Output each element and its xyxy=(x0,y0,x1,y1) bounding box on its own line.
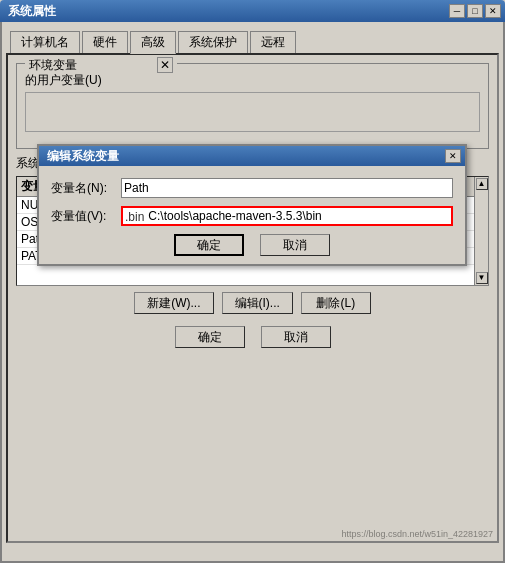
var-name-row: 变量名(N): xyxy=(51,178,453,198)
var-value-row: 变量值(V): .bin xyxy=(51,206,453,226)
user-vars-title: 的用户变量(U) xyxy=(25,72,480,88)
var-value-field: .bin xyxy=(121,206,453,226)
edit-dialog-titlebar: 编辑系统变量 ✕ xyxy=(39,146,465,166)
tab-computer-name[interactable]: 计算机名 xyxy=(10,31,80,54)
scroll-track[interactable] xyxy=(476,191,488,271)
table-scrollbar[interactable]: ▲ ▼ xyxy=(474,177,488,285)
edit-dialog-body: 变量名(N): 变量值(V): .bin xyxy=(39,166,465,264)
new-sys-var-button[interactable]: 新建(W)... xyxy=(134,292,213,314)
sys-vars-buttons: 新建(W)... 编辑(I)... 删除(L) xyxy=(16,292,489,314)
var-value-label: 变量值(V): xyxy=(51,208,121,225)
env-vars-group-box: 环境变量 ✕ 的用户变量(U) 编辑系统变量 ✕ xyxy=(16,63,489,149)
window-title: 系统属性 xyxy=(8,3,56,20)
title-bar: 系统属性 ─ □ ✕ xyxy=(0,0,505,22)
main-content: 计算机名 硬件 高级 系统保护 远程 环境变量 ✕ 的用户变量(U) xyxy=(0,22,505,563)
title-bar-controls: ─ □ ✕ xyxy=(449,4,501,18)
tabs-bar: 计算机名 硬件 高级 系统保护 远程 xyxy=(6,26,499,53)
edit-sys-var-button[interactable]: 编辑(I)... xyxy=(222,292,293,314)
edit-dialog-ok-button[interactable]: 确定 xyxy=(174,234,244,256)
tab-hardware[interactable]: 硬件 xyxy=(82,31,128,54)
edit-dialog-buttons: 确定 取消 xyxy=(51,234,453,256)
tab-content: 环境变量 ✕ 的用户变量(U) 编辑系统变量 ✕ xyxy=(6,53,499,543)
main-bottom-buttons: 确定 取消 xyxy=(16,326,489,348)
main-window: 系统属性 ─ □ ✕ 计算机名 硬件 高级 系统保护 远程 环境变量 ✕ xyxy=(0,0,505,563)
edit-dialog-close-button[interactable]: ✕ xyxy=(445,149,461,163)
user-vars-table xyxy=(25,92,480,132)
var-value-prefix: .bin xyxy=(123,208,146,224)
edit-dialog: 编辑系统变量 ✕ 变量名(N): 变量值(V): .b xyxy=(37,144,467,266)
edit-dialog-title: 编辑系统变量 xyxy=(47,148,119,165)
tab-remote[interactable]: 远程 xyxy=(250,31,296,54)
var-value-input[interactable] xyxy=(146,208,451,224)
var-name-label: 变量名(N): xyxy=(51,180,121,197)
watermark: https://blog.csdn.net/w51in_42281927 xyxy=(341,529,493,539)
env-vars-close-icon[interactable]: ✕ xyxy=(157,57,173,73)
user-vars-group: 的用户变量(U) xyxy=(25,72,480,132)
scroll-down-arrow[interactable]: ▼ xyxy=(476,272,488,284)
tab-system-protection[interactable]: 系统保护 xyxy=(178,31,248,54)
main-ok-button[interactable]: 确定 xyxy=(175,326,245,348)
scroll-up-arrow[interactable]: ▲ xyxy=(476,178,488,190)
main-cancel-button[interactable]: 取消 xyxy=(261,326,331,348)
env-vars-group-title: 环境变量 ✕ xyxy=(25,57,177,74)
maximize-button[interactable]: □ xyxy=(467,4,483,18)
var-name-input[interactable] xyxy=(121,178,453,198)
tab-advanced[interactable]: 高级 xyxy=(130,31,176,54)
delete-sys-var-button[interactable]: 删除(L) xyxy=(301,292,371,314)
edit-dialog-cancel-button[interactable]: 取消 xyxy=(260,234,330,256)
minimize-button[interactable]: ─ xyxy=(449,4,465,18)
close-button[interactable]: ✕ xyxy=(485,4,501,18)
